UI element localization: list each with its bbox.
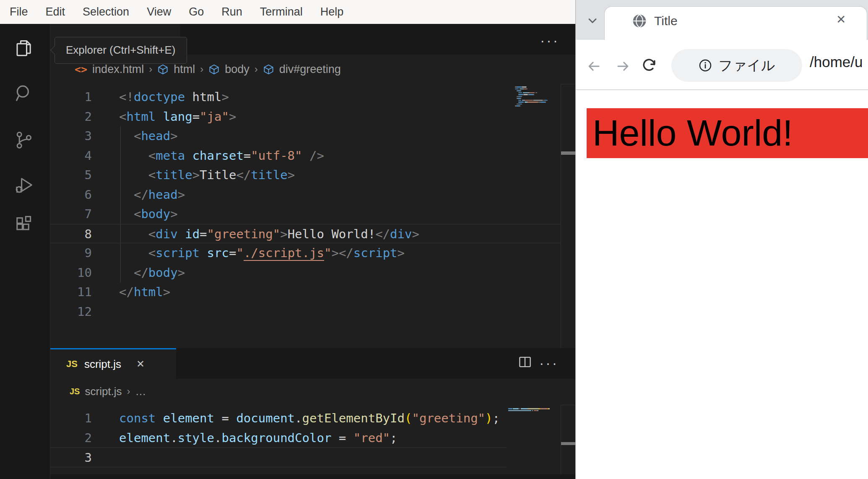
url-text[interactable]: /home/u [810, 54, 863, 70]
explorer-icon[interactable] [13, 37, 35, 59]
activity-bar [0, 24, 50, 479]
breadcrumb-separator: › [127, 385, 130, 397]
code-line[interactable]: 10 </body> [50, 263, 561, 283]
info-icon [698, 58, 712, 73]
tooltip-text: Explorer (Ctrl+Shift+E) [66, 44, 176, 56]
editor1-minimap[interactable] [515, 86, 548, 109]
code-line[interactable]: 1<!doctype html> [50, 87, 561, 107]
breadcrumb-seg-div-greeting[interactable]: div#greeting [279, 63, 341, 76]
code-line[interactable]: 6 </head> [50, 185, 561, 205]
code-line[interactable]: 3 [50, 448, 507, 467]
editor1-scroll-marker [561, 151, 576, 155]
editor2-code[interactable]: 1const element = document.getElementById… [50, 409, 507, 467]
code-line[interactable]: 2<html lang="ja"> [50, 107, 561, 127]
browser-toolbar: ファイル /home/u [576, 40, 868, 90]
menu-help[interactable]: Help [312, 0, 353, 24]
menu-selection[interactable]: Selection [74, 0, 138, 24]
editor2-breadcrumb: JS script.js › … [50, 379, 575, 404]
menu-edit[interactable]: Edit [37, 0, 74, 24]
reload-icon[interactable] [641, 57, 657, 73]
source-control-icon[interactable] [13, 129, 35, 151]
breadcrumb-seg-body[interactable]: body [225, 63, 249, 76]
extensions-icon[interactable] [13, 213, 35, 235]
editor2-tab-bar: JS script.js ✕ ··· [50, 348, 575, 379]
browser-window: Title ✕ ファイル /home/u [575, 0, 868, 479]
menu-go[interactable]: Go [180, 0, 213, 24]
tab-close-icon[interactable]: ✕ [136, 358, 145, 370]
vscode-workbench: ··· Explorer (Ctrl+Shift+E) <> index.htm… [0, 24, 575, 479]
symbol-cube-icon [157, 64, 169, 75]
browser-tab-close-icon[interactable]: ✕ [836, 13, 846, 26]
globe-icon [632, 13, 647, 29]
forward-icon[interactable] [616, 59, 630, 73]
explorer-tooltip: Explorer (Ctrl+Shift+E) [55, 37, 187, 64]
js-file-icon: JS [66, 359, 78, 370]
js-file-icon: JS [70, 387, 80, 396]
breadcrumb-separator: › [200, 63, 203, 75]
screen: File Edit Selection View Go Run Terminal… [0, 0, 868, 479]
vscode-menubar: File Edit Selection View Go Run Terminal… [0, 0, 575, 24]
code-line[interactable]: 7 <body> [50, 204, 561, 224]
editor-bottom-strip [50, 474, 575, 479]
code-line[interactable]: 5 <title>Title</title> [50, 165, 561, 185]
code-line[interactable]: 11</html> [50, 282, 561, 302]
browser-page: Hello World! [576, 90, 868, 479]
editor2-tab-label: script.js [84, 358, 121, 371]
menu-view[interactable]: View [138, 0, 180, 24]
origin-chip[interactable]: ファイル [671, 49, 802, 82]
code-line[interactable]: 4 <meta charset="utf-8" /> [50, 146, 561, 166]
editor1-scrollbar[interactable] [561, 84, 575, 348]
run-and-debug-icon[interactable] [13, 174, 35, 196]
browser-tab[interactable]: Title ✕ [604, 6, 867, 40]
editor1-code[interactable]: 1<!doctype html>2<html lang="ja">3 <head… [50, 87, 561, 321]
editor2-scrollbar[interactable] [561, 405, 575, 474]
breadcrumb-file[interactable]: index.html [92, 63, 144, 76]
code-line[interactable]: 3 <head> [50, 126, 561, 146]
code-line[interactable]: 2element.style.backgroundColor = "red"; [50, 428, 507, 448]
greeting-text: Hello World! [587, 108, 868, 157]
back-icon[interactable] [587, 59, 601, 73]
breadcrumb-more[interactable]: … [135, 385, 146, 398]
symbol-cube-icon [208, 64, 220, 75]
menu-terminal[interactable]: Terminal [251, 0, 312, 24]
code-line[interactable]: 12 [50, 302, 561, 322]
symbol-cube-icon [263, 64, 274, 75]
breadcrumb-separator: › [149, 63, 152, 75]
code-line[interactable]: 8 <div id="greeting">Hello World!</div> [50, 224, 561, 244]
breadcrumb-seg-html[interactable]: html [174, 63, 195, 76]
search-icon[interactable] [13, 83, 35, 104]
menu-run[interactable]: Run [213, 0, 251, 24]
code-line[interactable]: 9 <script src="./script.js"></script> [50, 243, 561, 263]
origin-chip-label: ファイル [718, 56, 775, 75]
editor1-more-actions-icon[interactable]: ··· [540, 32, 559, 49]
breadcrumb-separator: › [255, 63, 258, 75]
split-editor-icon[interactable] [517, 354, 533, 372]
code-line[interactable]: 1const element = document.getElementById… [50, 409, 507, 428]
greeting-div: Hello World! [587, 108, 868, 158]
editor2-tab-script-js[interactable]: JS script.js ✕ [50, 348, 176, 379]
browser-tab-title: Title [654, 14, 678, 28]
browser-tab-strip: Title ✕ [576, 0, 868, 40]
tab-search-chevron-icon[interactable] [586, 14, 599, 27]
editor2-more-actions-icon[interactable]: ··· [539, 355, 559, 371]
menu-file[interactable]: File [1, 0, 37, 24]
breadcrumb-file[interactable]: script.js [85, 385, 122, 398]
editor2-scroll-marker [561, 442, 576, 445]
editor2-minimap[interactable] [508, 408, 550, 414]
html-file-icon: <> [75, 63, 87, 75]
